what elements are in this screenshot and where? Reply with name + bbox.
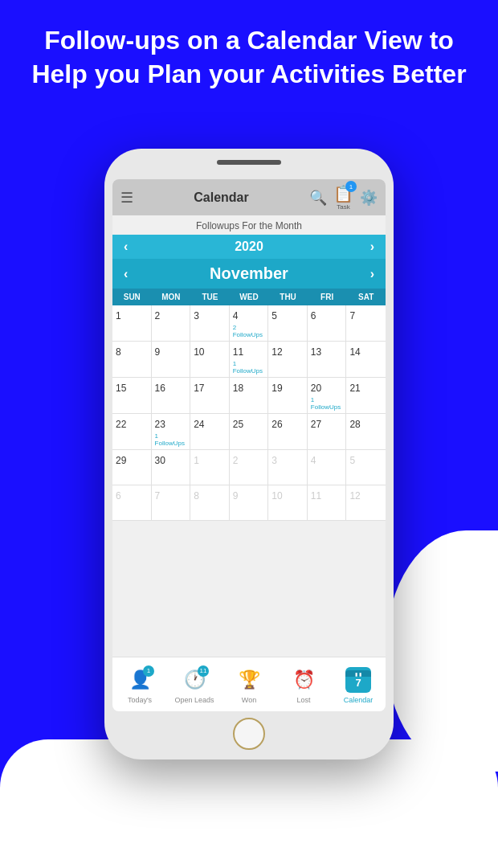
cal-cell[interactable]: 11 [308,485,347,521]
day-header-sun: SUN [112,289,152,305]
task-label: Task [337,203,349,211]
cal-cell[interactable]: 4 [308,450,347,485]
cal-cell[interactable]: 7 [152,485,191,521]
cal-cell[interactable]: 12 [268,342,308,378]
cal-cell[interactable]: 1 [190,450,230,485]
nav-item-calendar[interactable]: ▮ ▮ 7 Calendar [331,665,386,704]
nav-label-calendar: Calendar [344,696,374,704]
cal-cell[interactable]: 10 [190,342,230,378]
nav-badge-todays: 1 [143,665,154,677]
cal-cell[interactable]: 3 [268,450,308,485]
cal-cell[interactable]: 201 FollowUps [308,378,347,414]
cal-date: 10 [194,346,204,358]
month-prev-button[interactable]: ‹ [124,267,128,281]
cal-date: 17 [194,383,204,394]
cal-cell[interactable]: 21 [346,378,386,414]
calendar-grid: 12342 FollowUps5678910111 FollowUps12131… [112,305,386,521]
nav-icon-wrap-todays: 👤1 [125,665,154,694]
cal-cell[interactable]: 16 [152,378,191,414]
followup-tag: 2 FollowUps [233,324,265,338]
cal-cell[interactable]: 6 [308,305,347,342]
task-button[interactable]: 📋 1 Task [333,184,353,211]
phone-home-button[interactable] [233,718,265,750]
followup-tag: 1 FollowUps [155,432,187,447]
cal-cell[interactable]: 1 [112,305,152,342]
cal-date: 29 [116,455,126,466]
cal-cell[interactable]: 30 [152,450,191,485]
cal-cell[interactable]: 22 [112,414,152,450]
cal-cell[interactable]: 111 FollowUps [230,342,269,378]
search-icon[interactable]: 🔍 [309,189,327,207]
cal-date: 24 [194,419,204,430]
cal-cell[interactable]: 3 [190,305,230,342]
cal-cell[interactable]: 9 [230,485,269,521]
cal-cell[interactable]: 14 [346,342,386,378]
cal-cell[interactable]: 9 [152,342,191,378]
phone-mockup: ☰ Calendar 🔍 📋 1 Task ⚙️ Followups For t… [104,149,394,760]
year-next-button[interactable]: › [370,240,374,254]
cal-date: 1 [194,455,199,466]
cal-cell[interactable]: 29 [112,450,152,485]
month-next-button[interactable]: › [370,267,374,281]
cal-date: 11 [233,346,243,358]
followup-subtitle: Followups For the Month [112,215,386,235]
followup-tag: 1 FollowUps [233,360,265,375]
cal-cell[interactable]: 2 [230,450,269,485]
nav-item-todays[interactable]: 👤1Today's [112,665,167,704]
nav-item-open_leads[interactable]: 🕐11Open Leads [167,665,222,704]
cal-cell[interactable]: 12 [346,485,386,521]
cal-cell[interactable]: 7 [346,305,386,342]
cal-date: 19 [271,383,282,394]
cal-date: 7 [155,490,161,502]
cal-date: 2 [155,310,161,321]
cal-cell[interactable]: 10 [268,485,308,521]
nav-label-todays: Today's [128,696,152,704]
year-prev-button[interactable]: ‹ [124,240,128,254]
hamburger-icon[interactable]: ☰ [120,189,133,207]
day-header-thu: THU [268,289,308,305]
cal-cell[interactable]: 25 [230,414,269,450]
cal-date: 12 [271,346,282,358]
cal-cell[interactable]: 5 [346,450,386,485]
cal-cell[interactable]: 42 FollowUps [230,305,269,342]
cal-date: 23 [155,419,165,430]
header-icons: 🔍 📋 1 Task ⚙️ [309,184,378,211]
cal-date: 9 [233,490,239,502]
cal-cell[interactable]: 15 [112,378,152,414]
cal-date: 14 [349,346,360,358]
cal-date: 3 [194,310,199,321]
nav-item-won[interactable]: 🏆Won [222,665,276,704]
cal-date: 7 [349,310,355,321]
nav-item-lost[interactable]: ⏰Lost [276,665,331,704]
cal-cell[interactable]: 2 [152,305,191,342]
gear-icon[interactable]: ⚙️ [360,189,378,207]
cal-cell[interactable]: 13 [308,342,347,378]
cal-date: 30 [155,455,165,466]
cal-date: 9 [155,346,161,358]
cal-cell[interactable]: 27 [308,414,347,450]
cal-date: 27 [311,419,321,430]
cal-cell[interactable]: 17 [190,378,230,414]
cal-cell[interactable]: 5 [268,305,308,342]
calendar-icon: ▮ ▮ 7 [345,667,371,693]
app-title: Calendar [140,190,303,205]
cal-cell[interactable]: 19 [268,378,308,414]
cal-cell[interactable]: 18 [230,378,269,414]
year-display: 2020 [235,240,263,254]
calendar-content: ‹ 2020 › ‹ November › SUNMONTUEWEDTHUFRI… [112,235,386,711]
cal-cell[interactable]: 231 FollowUps [152,414,191,450]
cal-cell[interactable]: 26 [268,414,308,450]
cal-cell[interactable]: 24 [190,414,230,450]
cal-cell[interactable]: 6 [112,485,152,521]
cal-date: 6 [311,310,316,321]
cal-date: 13 [311,346,321,358]
cal-cell[interactable]: 8 [190,485,230,521]
day-header-fri: FRI [308,289,347,305]
nav-label-open_leads: Open Leads [174,696,214,704]
nav-badge-open_leads: 11 [198,665,209,677]
cal-cell[interactable]: 8 [112,342,152,378]
cal-date: 22 [116,419,126,430]
cal-date: 28 [349,419,360,430]
cal-cell[interactable]: 28 [346,414,386,450]
cal-date: 18 [233,383,243,394]
